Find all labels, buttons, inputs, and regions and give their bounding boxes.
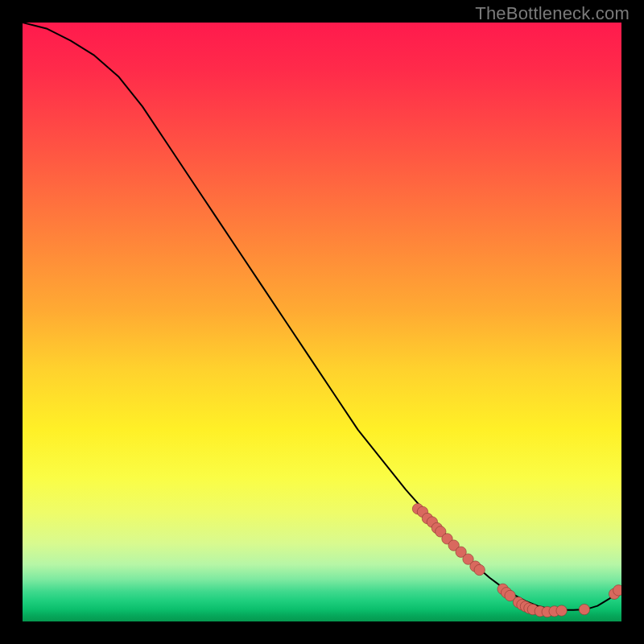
curve-layer: [23, 23, 621, 621]
watermark-label: TheBottleneck.com: [475, 3, 630, 24]
data-marker: [613, 585, 621, 596]
data-marker: [579, 604, 589, 614]
bottleneck-curve: [23, 23, 621, 610]
chart-stage: TheBottleneck.com: [0, 0, 644, 644]
data-marker: [556, 605, 567, 616]
data-marker: [474, 564, 485, 575]
plot-area: [23, 23, 621, 621]
